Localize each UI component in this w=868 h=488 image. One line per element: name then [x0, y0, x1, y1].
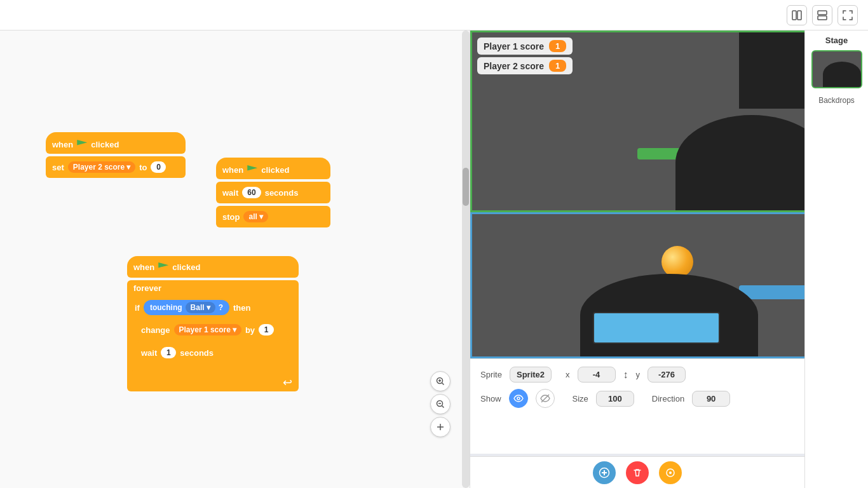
sprite-name-field[interactable]: Sprite2	[510, 367, 552, 383]
flag-icon-3	[158, 262, 168, 271]
player1-score-value: 1	[549, 40, 566, 52]
change-block[interactable]: change Player 1 score ▾ by 1	[135, 319, 291, 341]
zoom-controls	[430, 371, 451, 437]
wait-label: wait	[222, 188, 238, 198]
fit-button[interactable]	[430, 417, 451, 437]
main-layout: when clicked set Player 2 score ▾ to 0	[0, 30, 868, 488]
props-row-2: Show Size 100 Direction 90	[480, 389, 858, 408]
top-bar	[0, 0, 868, 30]
direction-label: Direction	[652, 394, 684, 403]
x-label: x	[566, 370, 570, 379]
player2-score-badge: Player 2 score 1	[477, 57, 573, 74]
forever-block[interactable]: forever if touching Ball ▾ ?	[127, 280, 299, 391]
if-block[interactable]: if touching Ball ▾ ? then	[130, 297, 296, 375]
when-clicked-block-3[interactable]: when clicked	[127, 256, 299, 278]
when-label-3: when	[133, 262, 154, 272]
y-arrow-icon: ↕	[623, 369, 628, 381]
ball-sprite	[661, 246, 693, 278]
sprite-label: Sprite	[480, 370, 502, 379]
fullscreen-button[interactable]	[837, 5, 858, 25]
change-label: change	[141, 325, 170, 335]
stop-block[interactable]: stop all ▾	[216, 206, 330, 227]
by-value[interactable]: 1	[259, 324, 274, 336]
sprite-add-button[interactable]	[593, 461, 616, 484]
zoom-in-button[interactable]	[430, 371, 451, 391]
scrollbar-thumb[interactable]	[463, 168, 469, 206]
touching-condition[interactable]: touching Ball ▾ ?	[144, 300, 229, 315]
player1-score-dropdown[interactable]: Player 1 score ▾	[174, 324, 241, 336]
x-value-field[interactable]: -4	[578, 367, 616, 383]
svg-rect-2	[818, 11, 827, 15]
layout-button[interactable]	[787, 5, 807, 25]
wait-value[interactable]: 60	[242, 187, 261, 198]
player1-score-label: Player 1 score	[484, 41, 544, 51]
show-hidden-button[interactable]	[536, 389, 555, 408]
if-label: if	[135, 303, 140, 313]
y-label: y	[636, 370, 641, 379]
blocks-scrollbar[interactable]	[462, 30, 470, 488]
when-clicked-block-1[interactable]: when clicked	[46, 132, 186, 154]
flag-icon-2	[247, 165, 257, 174]
ball-dropdown[interactable]: Ball ▾	[186, 302, 215, 313]
if-inner: change Player 1 score ▾ by 1 wait	[135, 319, 291, 363]
wait-block[interactable]: wait 60 seconds	[216, 182, 330, 203]
svg-point-19	[669, 471, 672, 474]
sprite-delete-button[interactable]	[626, 461, 649, 484]
props-row-1: Sprite Sprite2 x -4 ↕ y -276	[480, 367, 858, 383]
block-group-3: when clicked forever if touching	[127, 256, 299, 391]
split-button[interactable]	[812, 5, 832, 25]
when-label-1: when	[52, 140, 73, 149]
block-group-2: when clicked wait 60 seconds stop all ▾	[216, 158, 330, 229]
y-value-field[interactable]: -276	[648, 367, 686, 383]
sprite-sidebar: Stage Backdrops	[804, 30, 868, 488]
then-label: then	[233, 303, 250, 313]
player2-score-label: Player 2 score	[484, 61, 544, 71]
player2-score-value: 1	[549, 60, 566, 72]
wait-seconds-block[interactable]: wait 1 seconds	[135, 342, 291, 363]
show-visible-button[interactable]	[509, 389, 528, 408]
when-clicked-block-2[interactable]: when clicked	[216, 158, 330, 179]
player1-score-badge: Player 1 score 1	[477, 37, 573, 55]
svg-rect-0	[792, 11, 796, 20]
size-label: Size	[573, 394, 588, 403]
svg-line-7	[442, 383, 444, 385]
svg-rect-1	[797, 11, 801, 20]
bottom-sprite-bar	[470, 456, 804, 488]
when-label-2: when	[222, 165, 243, 175]
clicked-label-2: clicked	[261, 165, 289, 175]
stop-label: stop	[222, 212, 240, 222]
stop-all-dropdown[interactable]: all ▾	[243, 211, 268, 222]
wait-value-2[interactable]: 1	[161, 347, 176, 358]
loop-arrow-icon: ↩	[283, 376, 292, 390]
to-label: to	[139, 163, 147, 172]
clicked-label-1: clicked	[91, 140, 119, 149]
stage-thumbnail[interactable]	[811, 50, 862, 88]
set-block[interactable]: set Player 2 score ▾ to 0	[46, 156, 186, 178]
backdrops-label: Backdrops	[818, 96, 855, 105]
score-overlay: Player 1 score 1 Player 2 score 1	[477, 37, 573, 74]
wait-label-2: wait	[141, 348, 157, 358]
player2-score-dropdown[interactable]: Player 2 score ▾	[68, 161, 135, 173]
if-bottom	[132, 365, 294, 372]
right-panel: Player 1 score 1 Player 2 score 1	[470, 30, 868, 488]
set-label: set	[52, 163, 64, 172]
stage-sidebar-label: Stage	[825, 36, 848, 45]
question-label: ?	[219, 303, 223, 312]
sprite-action-button[interactable]	[659, 461, 682, 484]
blocks-panel: when clicked set Player 2 score ▾ to 0	[0, 30, 470, 488]
paddle-sprite	[593, 312, 720, 344]
seconds-label: seconds	[265, 188, 299, 198]
size-value-field[interactable]: 100	[596, 391, 634, 407]
thumb-hill	[823, 62, 861, 87]
svg-point-13	[517, 397, 520, 400]
if-row: if touching Ball ▾ ? then	[130, 297, 296, 318]
block-group-1: when clicked set Player 2 score ▾ to 0	[46, 132, 186, 179]
direction-value-field[interactable]: 90	[692, 391, 730, 407]
flag-icon-1	[77, 140, 87, 149]
zoom-out-button[interactable]	[430, 394, 451, 414]
forever-label: forever	[127, 280, 299, 296]
clicked-label-3: clicked	[172, 262, 200, 272]
touching-label: touching	[150, 303, 182, 312]
to-value[interactable]: 0	[151, 161, 166, 173]
by-label: by	[245, 325, 255, 335]
